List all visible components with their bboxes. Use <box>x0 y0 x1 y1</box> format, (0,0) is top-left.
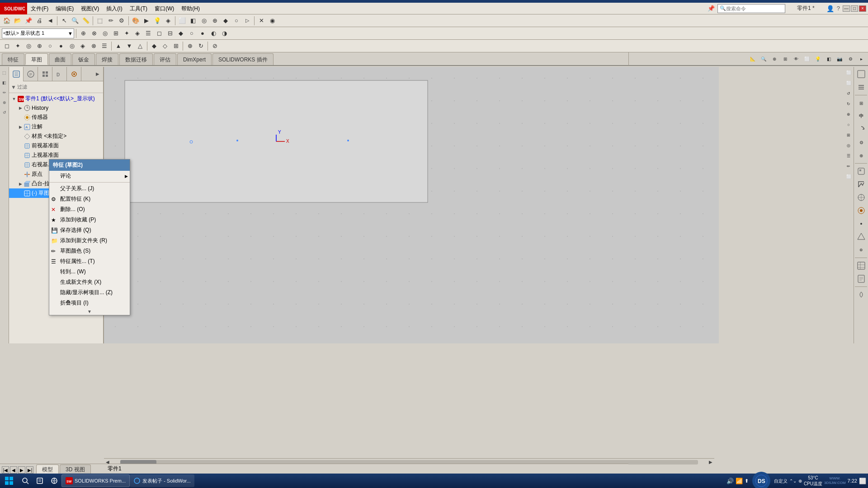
ri-appear5[interactable]: ● <box>855 217 868 230</box>
ri-view-settings[interactable]: ⚙ <box>855 136 868 149</box>
vri-3[interactable]: ↺ <box>844 89 854 99</box>
ri-view-normal[interactable]: ⊞ <box>855 97 868 109</box>
tool2-12[interactable]: ● <box>198 28 208 38</box>
left-icon-1[interactable]: ⬚ <box>0 69 9 77</box>
tool3-7[interactable]: ◎ <box>67 41 77 51</box>
tool-undo[interactable]: ◀ <box>45 16 55 26</box>
scroll-right[interactable]: ▶ <box>707 459 714 466</box>
ri-appear7[interactable]: ⊕ <box>855 244 868 256</box>
ctx-hide-show[interactable]: 隐藏/显示树项目... (Z) <box>49 287 130 298</box>
vri-10[interactable]: ✏ <box>844 161 854 171</box>
taskbar-browser[interactable] <box>47 474 61 487</box>
panel-tab-display[interactable] <box>67 67 81 81</box>
menu-help[interactable]: 帮助(H) <box>178 3 203 14</box>
vri-9[interactable]: ☰ <box>844 151 854 161</box>
help-icon[interactable]: ? <box>837 5 840 12</box>
tool-zoom[interactable]: 🔍 <box>70 16 80 26</box>
tool2-2[interactable]: ⊗ <box>89 28 99 38</box>
user-icon[interactable]: 👤 <box>826 5 834 12</box>
tool3-3[interactable]: ◎ <box>24 41 33 51</box>
tool3-12[interactable]: ▼ <box>124 41 134 51</box>
taskbar-browser-tab[interactable]: 发表帖子 - SolidWor... <box>130 474 194 487</box>
rc-search[interactable]: 🔍 <box>759 54 769 64</box>
tool2-11[interactable]: ○ <box>187 28 197 38</box>
ctx-save-sel[interactable]: 💾 保存选择 (Q) <box>49 225 130 235</box>
vri-11[interactable]: ⬜ <box>844 172 854 182</box>
close-button[interactable]: × <box>859 5 866 12</box>
rc-box[interactable]: ⬜ <box>802 54 812 64</box>
tree-root[interactable]: ▼ SW 零件1 (默认<<默认>_显示状) <box>9 94 103 103</box>
minimize-button[interactable]: — <box>843 5 850 12</box>
ri-top2[interactable] <box>855 81 868 94</box>
tool-view6[interactable]: ○ <box>231 16 241 26</box>
tool2-8[interactable]: ◻ <box>154 28 164 38</box>
tree-sensors[interactable]: ▶ 传感器 <box>9 113 103 122</box>
tool3-14[interactable]: ◆ <box>149 41 159 51</box>
tool-view4[interactable]: ⊕ <box>210 16 220 26</box>
tool-print[interactable]: 🖨 <box>34 16 44 26</box>
tool3-1[interactable]: ◻ <box>2 41 12 51</box>
start-button[interactable] <box>0 474 18 488</box>
ri-appear1[interactable] <box>855 165 868 178</box>
tool3-5[interactable]: ○ <box>45 41 55 51</box>
system-clock[interactable]: 7:22 <box>848 478 857 484</box>
panel-tab-feature[interactable] <box>9 67 24 81</box>
tool3-11[interactable]: ▲ <box>113 41 123 51</box>
tab-model[interactable]: 模型 <box>36 465 59 474</box>
tool-extra1[interactable]: ✕ <box>256 16 266 26</box>
rc-more[interactable]: ▸ <box>856 54 866 64</box>
tab-evaluate[interactable]: 评估 <box>154 53 176 65</box>
tool-measure[interactable]: 📏 <box>81 16 91 26</box>
tab-sheetmetal[interactable]: 钣金 <box>72 53 95 65</box>
tool3-16[interactable]: ⊞ <box>171 41 181 51</box>
tool2-4[interactable]: ⊞ <box>111 28 121 38</box>
ctx-comment[interactable]: 评论 <box>49 171 130 181</box>
menu-edit[interactable]: 编辑(E) <box>52 3 77 14</box>
tab-plugins[interactable]: SOLIDWORKS 插件 <box>212 53 274 65</box>
tab-dimxpert[interactable]: DimXpert <box>177 53 212 65</box>
panel-expand-arrow[interactable]: ▶ <box>94 67 103 81</box>
menu-tools[interactable]: 工具(T) <box>126 3 151 14</box>
taskbar-solidworks[interactable]: SW SOLIDWORKS Prem... <box>61 474 130 487</box>
tool3-9[interactable]: ⊗ <box>89 41 99 51</box>
annotations-expand[interactable]: ▶ <box>17 125 24 129</box>
taskbar-files[interactable] <box>33 474 47 487</box>
tool-simulate[interactable]: ▶ <box>142 16 151 26</box>
ri-table[interactable] <box>855 259 868 272</box>
ctx-add-fav[interactable]: ★ 添加到收藏 (P) <box>49 215 130 225</box>
boss-expand[interactable]: ▶ <box>17 182 24 186</box>
tool2-3[interactable]: ◎ <box>100 28 110 38</box>
rc-magnet[interactable]: ⊕ <box>769 54 779 64</box>
tool-appear[interactable]: 🎨 <box>131 16 141 26</box>
vri-1[interactable]: ⬜ <box>844 68 854 78</box>
tool2-9[interactable]: ⊟ <box>165 28 175 38</box>
tool2-10[interactable]: ◆ <box>176 28 186 38</box>
tray-settings[interactable]: ⊕ <box>798 479 802 483</box>
ctx-add-folder[interactable]: 📁 添加到新文件夹 (R) <box>49 235 130 246</box>
tool-feature[interactable]: ⚙ <box>117 16 127 26</box>
tool-save[interactable]: 📌 <box>24 16 33 26</box>
search-input[interactable] <box>726 6 780 11</box>
rc-pin[interactable]: 📐 <box>748 54 758 64</box>
ri-appear6[interactable] <box>855 230 868 243</box>
panel-tab-props[interactable]: P <box>24 67 38 81</box>
tool3-13[interactable]: △ <box>135 41 145 51</box>
tool-open[interactable]: 📂 <box>13 16 23 26</box>
tool-view5[interactable]: ◆ <box>221 16 231 26</box>
tool-view2[interactable]: ◧ <box>188 16 198 26</box>
ctx-delete[interactable]: ✕ 删除... (O) <box>49 204 130 215</box>
tab-surface[interactable]: 曲面 <box>49 53 71 65</box>
tool-extra2[interactable]: ◉ <box>267 16 277 26</box>
nav-last[interactable]: ▶| <box>26 466 33 474</box>
tree-material[interactable]: ▶ 材质 <未指定> <box>9 131 103 141</box>
left-icon-5[interactable]: ↺ <box>0 108 9 117</box>
tree-annotations[interactable]: ▶ A 注解 <box>9 122 103 131</box>
ri-view-chinese[interactable]: 中 <box>855 110 868 122</box>
display-state-dropdown[interactable]: <默认> 显示状态 1 ▼ <box>2 28 74 38</box>
menu-view[interactable]: 视图(V) <box>77 3 103 14</box>
tool3-6[interactable]: ● <box>56 41 66 51</box>
ctx-parent-child[interactable]: 父子关系... (J) <box>49 183 130 194</box>
tool-view7[interactable]: ▷ <box>242 16 252 26</box>
tool-render[interactable]: 💡 <box>152 16 162 26</box>
ctx-sketch-color[interactable]: ✏ 草图颜色 (S) <box>49 246 130 256</box>
